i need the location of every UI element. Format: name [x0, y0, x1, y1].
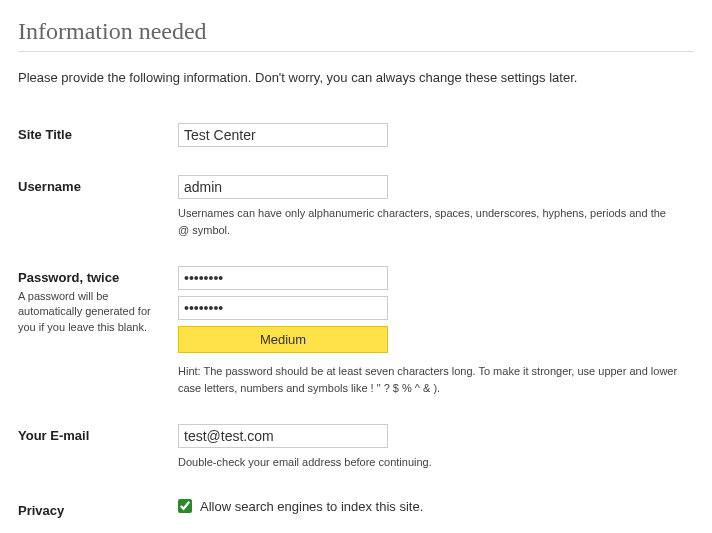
password-label: Password, twice	[18, 270, 119, 285]
privacy-label: Privacy	[18, 503, 64, 518]
username-hint: Usernames can have only alphanumeric cha…	[178, 205, 678, 238]
username-input[interactable]	[178, 175, 388, 199]
intro-text: Please provide the following information…	[18, 70, 694, 85]
password-input-2[interactable]	[178, 296, 388, 320]
password-label-hint: A password will be automatically generat…	[18, 289, 178, 335]
site-title-label: Site Title	[18, 127, 72, 142]
page-heading: Information needed	[18, 18, 694, 52]
privacy-checkbox-label: Allow search engines to index this site.	[200, 499, 423, 514]
email-input[interactable]	[178, 424, 388, 448]
email-label: Your E-mail	[18, 428, 89, 443]
privacy-checkbox[interactable]	[178, 499, 192, 513]
password-hint: Hint: The password should be at least se…	[178, 363, 678, 396]
site-title-input[interactable]	[178, 123, 388, 147]
email-hint: Double-check your email address before c…	[178, 454, 678, 471]
password-strength-meter: Medium	[178, 326, 388, 353]
username-label: Username	[18, 179, 81, 194]
password-input-1[interactable]	[178, 266, 388, 290]
form-table: Site Title Username Usernames can have o…	[18, 113, 694, 533]
